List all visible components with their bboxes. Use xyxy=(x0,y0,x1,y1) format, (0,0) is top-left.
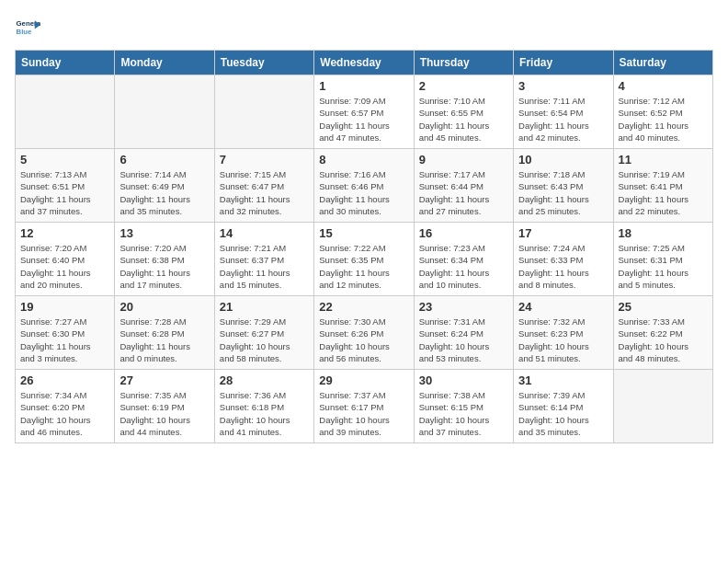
calendar-cell: 6Sunrise: 7:14 AM Sunset: 6:49 PM Daylig… xyxy=(115,149,214,223)
day-number: 13 xyxy=(119,226,209,240)
day-info: Sunrise: 7:20 AM Sunset: 6:38 PM Dayligh… xyxy=(119,242,209,291)
day-info: Sunrise: 7:36 AM Sunset: 6:18 PM Dayligh… xyxy=(220,389,309,438)
col-header-wednesday: Wednesday xyxy=(314,51,414,75)
col-header-thursday: Thursday xyxy=(414,51,513,75)
week-row-4: 26Sunrise: 7:34 AM Sunset: 6:20 PM Dayli… xyxy=(16,370,713,443)
calendar-table: SundayMondayTuesdayWednesdayThursdayFrid… xyxy=(15,50,713,443)
calendar-cell xyxy=(613,370,712,443)
calendar-cell: 17Sunrise: 7:24 AM Sunset: 6:33 PM Dayli… xyxy=(514,223,613,296)
day-number: 7 xyxy=(220,153,309,167)
day-info: Sunrise: 7:27 AM Sunset: 6:30 PM Dayligh… xyxy=(20,316,109,364)
day-number: 18 xyxy=(619,226,708,240)
day-number: 29 xyxy=(319,373,408,387)
calendar-cell: 23Sunrise: 7:31 AM Sunset: 6:24 PM Dayli… xyxy=(414,296,513,370)
day-info: Sunrise: 7:24 AM Sunset: 6:33 PM Dayligh… xyxy=(518,242,608,291)
day-number: 19 xyxy=(20,300,109,314)
col-header-sunday: Sunday xyxy=(16,51,115,75)
week-row-3: 19Sunrise: 7:27 AM Sunset: 6:30 PM Dayli… xyxy=(16,296,713,370)
day-info: Sunrise: 7:17 AM Sunset: 6:44 PM Dayligh… xyxy=(419,168,508,217)
day-info: Sunrise: 7:28 AM Sunset: 6:28 PM Dayligh… xyxy=(119,316,209,364)
day-info: Sunrise: 7:15 AM Sunset: 6:47 PM Dayligh… xyxy=(220,168,309,217)
day-info: Sunrise: 7:19 AM Sunset: 6:41 PM Dayligh… xyxy=(619,168,708,217)
day-number: 26 xyxy=(20,373,109,387)
day-info: Sunrise: 7:34 AM Sunset: 6:20 PM Dayligh… xyxy=(20,389,109,438)
day-number: 28 xyxy=(220,373,309,387)
week-row-1: 5Sunrise: 7:13 AM Sunset: 6:51 PM Daylig… xyxy=(16,149,713,223)
day-info: Sunrise: 7:32 AM Sunset: 6:23 PM Dayligh… xyxy=(518,316,608,364)
calendar-cell: 7Sunrise: 7:15 AM Sunset: 6:47 PM Daylig… xyxy=(214,149,313,223)
calendar-cell: 3Sunrise: 7:11 AM Sunset: 6:54 PM Daylig… xyxy=(514,75,613,149)
day-number: 6 xyxy=(119,153,209,167)
calendar-cell: 9Sunrise: 7:17 AM Sunset: 6:44 PM Daylig… xyxy=(414,149,513,223)
day-number: 9 xyxy=(419,153,508,167)
day-number: 31 xyxy=(518,373,608,387)
week-row-2: 12Sunrise: 7:20 AM Sunset: 6:40 PM Dayli… xyxy=(16,223,713,296)
calendar-cell xyxy=(16,75,115,149)
day-info: Sunrise: 7:20 AM Sunset: 6:40 PM Dayligh… xyxy=(20,242,109,291)
day-number: 20 xyxy=(119,300,209,314)
day-number: 10 xyxy=(518,153,608,167)
calendar-cell: 10Sunrise: 7:18 AM Sunset: 6:43 PM Dayli… xyxy=(514,149,613,223)
calendar-cell: 4Sunrise: 7:12 AM Sunset: 6:52 PM Daylig… xyxy=(613,75,712,149)
calendar-cell: 1Sunrise: 7:09 AM Sunset: 6:57 PM Daylig… xyxy=(314,75,414,149)
day-number: 1 xyxy=(319,79,408,93)
col-header-tuesday: Tuesday xyxy=(214,51,313,75)
calendar-cell xyxy=(115,75,214,149)
calendar-cell: 13Sunrise: 7:20 AM Sunset: 6:38 PM Dayli… xyxy=(115,223,214,296)
day-info: Sunrise: 7:25 AM Sunset: 6:31 PM Dayligh… xyxy=(619,242,708,291)
calendar-cell: 27Sunrise: 7:35 AM Sunset: 6:19 PM Dayli… xyxy=(115,370,214,443)
calendar-cell: 5Sunrise: 7:13 AM Sunset: 6:51 PM Daylig… xyxy=(16,149,115,223)
calendar-cell: 15Sunrise: 7:22 AM Sunset: 6:35 PM Dayli… xyxy=(314,223,414,296)
day-info: Sunrise: 7:37 AM Sunset: 6:17 PM Dayligh… xyxy=(319,389,408,438)
day-number: 22 xyxy=(319,300,408,314)
logo-icon: General Blue xyxy=(15,15,40,40)
day-info: Sunrise: 7:09 AM Sunset: 6:57 PM Dayligh… xyxy=(319,95,408,144)
svg-text:Blue: Blue xyxy=(17,28,33,36)
calendar-cell: 19Sunrise: 7:27 AM Sunset: 6:30 PM Dayli… xyxy=(16,296,115,370)
day-info: Sunrise: 7:12 AM Sunset: 6:52 PM Dayligh… xyxy=(619,95,708,144)
day-number: 23 xyxy=(419,300,508,314)
calendar-cell: 14Sunrise: 7:21 AM Sunset: 6:37 PM Dayli… xyxy=(214,223,313,296)
day-number: 4 xyxy=(619,79,708,93)
calendar-cell: 20Sunrise: 7:28 AM Sunset: 6:28 PM Dayli… xyxy=(115,296,214,370)
day-info: Sunrise: 7:22 AM Sunset: 6:35 PM Dayligh… xyxy=(319,242,408,291)
calendar-cell: 21Sunrise: 7:29 AM Sunset: 6:27 PM Dayli… xyxy=(214,296,313,370)
day-number: 15 xyxy=(319,226,408,240)
day-number: 27 xyxy=(119,373,209,387)
day-info: Sunrise: 7:33 AM Sunset: 6:22 PM Dayligh… xyxy=(619,316,708,364)
calendar-cell: 28Sunrise: 7:36 AM Sunset: 6:18 PM Dayli… xyxy=(214,370,313,443)
calendar-cell: 29Sunrise: 7:37 AM Sunset: 6:17 PM Dayli… xyxy=(314,370,414,443)
day-number: 16 xyxy=(419,226,508,240)
page-header: General Blue xyxy=(15,15,713,40)
logo: General Blue xyxy=(15,15,40,40)
day-number: 14 xyxy=(220,226,309,240)
day-info: Sunrise: 7:18 AM Sunset: 6:43 PM Dayligh… xyxy=(518,168,608,217)
day-number: 2 xyxy=(419,79,508,93)
day-info: Sunrise: 7:14 AM Sunset: 6:49 PM Dayligh… xyxy=(119,168,209,217)
day-info: Sunrise: 7:31 AM Sunset: 6:24 PM Dayligh… xyxy=(419,316,508,364)
day-info: Sunrise: 7:23 AM Sunset: 6:34 PM Dayligh… xyxy=(419,242,508,291)
calendar-cell xyxy=(214,75,313,149)
week-row-0: 1Sunrise: 7:09 AM Sunset: 6:57 PM Daylig… xyxy=(16,75,713,149)
day-number: 3 xyxy=(518,79,608,93)
day-number: 24 xyxy=(518,300,608,314)
calendar-cell: 25Sunrise: 7:33 AM Sunset: 6:22 PM Dayli… xyxy=(613,296,712,370)
calendar-cell: 22Sunrise: 7:30 AM Sunset: 6:26 PM Dayli… xyxy=(314,296,414,370)
calendar-cell: 2Sunrise: 7:10 AM Sunset: 6:55 PM Daylig… xyxy=(414,75,513,149)
calendar-cell: 18Sunrise: 7:25 AM Sunset: 6:31 PM Dayli… xyxy=(613,223,712,296)
calendar-cell: 11Sunrise: 7:19 AM Sunset: 6:41 PM Dayli… xyxy=(613,149,712,223)
col-header-friday: Friday xyxy=(514,51,613,75)
day-info: Sunrise: 7:11 AM Sunset: 6:54 PM Dayligh… xyxy=(518,95,608,144)
calendar-cell: 26Sunrise: 7:34 AM Sunset: 6:20 PM Dayli… xyxy=(16,370,115,443)
header-row: SundayMondayTuesdayWednesdayThursdayFrid… xyxy=(16,51,713,75)
day-info: Sunrise: 7:39 AM Sunset: 6:14 PM Dayligh… xyxy=(518,389,608,438)
calendar-cell: 12Sunrise: 7:20 AM Sunset: 6:40 PM Dayli… xyxy=(16,223,115,296)
day-info: Sunrise: 7:38 AM Sunset: 6:15 PM Dayligh… xyxy=(419,389,508,438)
calendar-cell: 24Sunrise: 7:32 AM Sunset: 6:23 PM Dayli… xyxy=(514,296,613,370)
day-number: 21 xyxy=(220,300,309,314)
calendar-cell: 30Sunrise: 7:38 AM Sunset: 6:15 PM Dayli… xyxy=(414,370,513,443)
calendar-cell: 31Sunrise: 7:39 AM Sunset: 6:14 PM Dayli… xyxy=(514,370,613,443)
day-info: Sunrise: 7:21 AM Sunset: 6:37 PM Dayligh… xyxy=(220,242,309,291)
col-header-saturday: Saturday xyxy=(613,51,712,75)
day-info: Sunrise: 7:30 AM Sunset: 6:26 PM Dayligh… xyxy=(319,316,408,364)
